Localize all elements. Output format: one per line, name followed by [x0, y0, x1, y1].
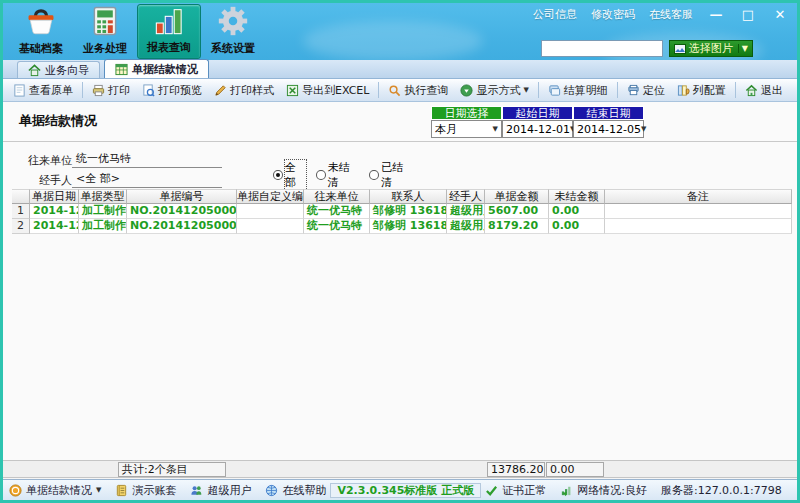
chevron-down-icon[interactable]: ▼: [738, 44, 748, 53]
radio-label: 全部: [285, 160, 306, 190]
end-date-value: 2014-12-05: [577, 123, 641, 136]
cloud-decoration: [303, 21, 483, 60]
date-filter: 日期选择 起始日期 结束日期 本月 ▼ 2014-12-01 ▼ 2014-12…: [431, 106, 644, 138]
cell-unsettled: 0.00: [549, 204, 605, 219]
radio-unsettled[interactable]: 未结清: [316, 160, 360, 190]
row-number-header[interactable]: [12, 189, 30, 204]
network-status: 网络情况:良好: [560, 483, 647, 498]
cell-remark: [605, 204, 792, 219]
document-icon: [13, 84, 26, 97]
picture-icon: [674, 44, 686, 54]
lock-screen-button[interactable]: 锁 屏: [796, 483, 800, 498]
date-preset-dropdown[interactable]: 本月 ▼: [431, 120, 502, 138]
version-badge: V2.3.0.345标准版 正式版: [330, 483, 481, 498]
column-header[interactable]: 未结金额: [549, 189, 605, 204]
folders-icon: [548, 84, 561, 97]
cell-partner: 统一优马特: [304, 204, 370, 219]
cell-custom-number: [237, 204, 304, 219]
maximize-icon[interactable]: □: [739, 7, 757, 22]
network-signal-icon: [560, 484, 573, 497]
handler-field[interactable]: <全 部>: [72, 171, 222, 188]
radio-label: 已结清: [381, 160, 413, 190]
cell-bill-date: 2014-12-: [30, 219, 79, 234]
tab-bill-settlement[interactable]: 单据结款情况: [104, 59, 209, 78]
home-icon: [28, 64, 41, 77]
end-date-header[interactable]: 结束日期: [573, 106, 644, 120]
online-help-item[interactable]: 在线帮助: [265, 483, 326, 498]
exit-home-icon: [745, 84, 758, 97]
image-path-input[interactable]: [541, 40, 663, 57]
start-date-dropdown[interactable]: 2014-12-01 ▼: [502, 120, 573, 138]
company-info-link[interactable]: 公司信息: [533, 7, 577, 22]
cell-bill-date: 2014-12-: [30, 204, 79, 219]
locate-button[interactable]: 定位: [621, 81, 671, 100]
app-window: 基础档案 业务处理: [0, 0, 800, 503]
column-header[interactable]: 单据自定义编号: [237, 189, 304, 204]
column-config-button[interactable]: 列配置: [671, 81, 732, 100]
cell-partner: 统一优马特: [304, 219, 370, 234]
button-label: 退出: [761, 83, 783, 98]
column-header[interactable]: 备注: [605, 189, 792, 204]
nav-item-base-archives[interactable]: 基础档案: [9, 4, 73, 59]
column-header[interactable]: 单据日期: [30, 189, 79, 204]
nav-item-system-settings[interactable]: 系统设置: [201, 4, 265, 59]
button-label: 显示方式: [476, 83, 520, 98]
view-original-button[interactable]: 查看原单: [7, 81, 79, 100]
radio-settled[interactable]: 已结清: [369, 160, 413, 190]
minimize-icon[interactable]: —: [707, 7, 725, 22]
exit-button[interactable]: 退出: [739, 81, 789, 100]
change-password-link[interactable]: 修改密码: [591, 7, 635, 22]
account-set-item[interactable]: 演示账套: [115, 483, 176, 498]
radio-all[interactable]: 全部: [273, 160, 306, 190]
print-preview-button[interactable]: 打印预览: [136, 81, 208, 100]
nav-item-report-query[interactable]: 报表查询: [137, 4, 201, 59]
online-service-link[interactable]: 在线客服: [649, 7, 693, 22]
settlement-detail-button[interactable]: 结算明细: [542, 81, 614, 100]
column-header[interactable]: 往来单位: [304, 189, 370, 204]
network-label: 网络情况:良好: [577, 483, 647, 498]
certificate-status: 证书正常: [485, 483, 546, 498]
basket-icon: [24, 4, 58, 38]
end-date-dropdown[interactable]: 2014-12-05 ▼: [573, 120, 644, 138]
notebook-icon: [115, 484, 128, 497]
tab-label: 业务向导: [45, 63, 89, 78]
cell-bill-type: 加工制作单: [79, 204, 127, 219]
print-button[interactable]: 打印: [86, 81, 136, 100]
column-header[interactable]: 联系人: [370, 189, 447, 204]
bar-chart-icon: [152, 5, 186, 37]
chevron-down-icon: ▼: [493, 125, 498, 133]
tab-business-wizard[interactable]: 业务向导: [17, 61, 100, 78]
execute-query-button[interactable]: 执行查询: [382, 81, 454, 100]
nav-item-business-processing[interactable]: 业务处理: [73, 4, 137, 59]
table-row[interactable]: 1 2014-12- 加工制作单 NO.201412050001 统一优马特 邹…: [12, 204, 792, 219]
button-label: 列配置: [693, 83, 726, 98]
export-excel-button[interactable]: 导出到EXCEL: [280, 81, 375, 100]
close-icon[interactable]: ✕: [771, 7, 789, 22]
partner-label: 往来单位: [17, 153, 72, 168]
date-select-header[interactable]: 日期选择: [431, 106, 502, 120]
cell-contact: 邹修明 13618020: [370, 204, 447, 219]
nav-label: 系统设置: [211, 41, 255, 56]
column-header[interactable]: 单据编号: [127, 189, 237, 204]
button-label: 结算明细: [564, 83, 608, 98]
start-date-value: 2014-12-01: [506, 123, 570, 136]
table-row[interactable]: 2 2014-12- 加工制作单 NO.201412050002 统一优马特 邹…: [12, 219, 792, 234]
nav-label: 基础档案: [19, 41, 63, 56]
partner-field[interactable]: 统一优马特: [72, 151, 222, 168]
content-area: 单据结款情况 日期选择 起始日期 结束日期 本月 ▼ 2014-12-01 ▼ …: [3, 102, 797, 460]
start-date-header[interactable]: 起始日期: [502, 106, 573, 120]
column-header[interactable]: 单据类型: [79, 189, 127, 204]
gear-icon: [216, 4, 250, 38]
search-icon: [388, 84, 401, 97]
column-header[interactable]: 经手人: [447, 189, 485, 204]
current-user-item[interactable]: 超级用户: [190, 483, 251, 498]
tab-label: 单据结款情况: [132, 62, 198, 77]
choose-image-button[interactable]: 选择图片 ▼: [669, 40, 753, 57]
image-picker-group: 选择图片 ▼: [541, 40, 753, 57]
column-header[interactable]: 单据金额: [485, 189, 549, 204]
print-style-button[interactable]: 打印样式: [208, 81, 280, 100]
status-bar: 单据结款情况 ▼ 演示账套 超级用户 在线帮助 V2.3.0.345标准版 正式…: [3, 479, 797, 500]
report-selector[interactable]: 单据结款情况 ▼: [9, 483, 101, 498]
display-mode-button[interactable]: 显示方式 ▼: [454, 81, 534, 100]
app-header: 基础档案 业务处理: [3, 3, 797, 60]
